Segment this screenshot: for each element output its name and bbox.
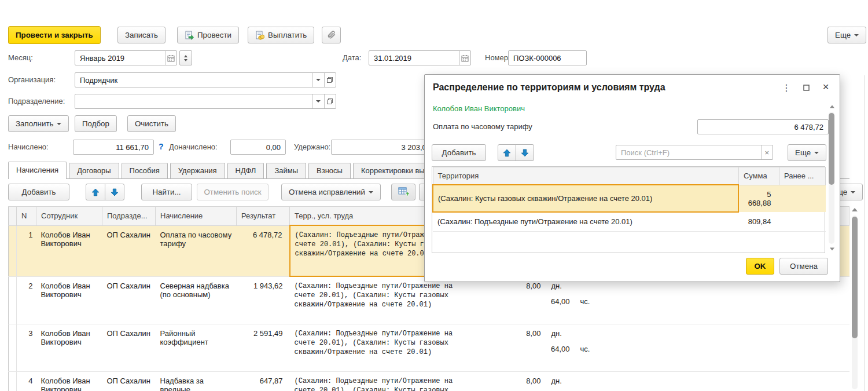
tab-loans[interactable]: Займы — [266, 163, 306, 178]
dialog-header-earlier[interactable]: Ранее ... — [779, 167, 825, 185]
cell-territory-selected[interactable]: (Сахалин: Кусты газовых скважин/Отражени… — [433, 185, 738, 212]
table-row[interactable]: (Сахалин: Кусты газовых скважин/Отражени… — [433, 185, 826, 212]
department-field[interactable] — [75, 94, 336, 109]
cell-employee[interactable]: Колобов Иван Викторович — [36, 371, 102, 391]
cancel-button[interactable]: Отмена — [779, 258, 828, 275]
scrollbar-thumb[interactable] — [852, 217, 858, 338]
grid-header-dept[interactable]: Подразде... — [102, 207, 156, 226]
cell-time[interactable]: 8,00дн. — [467, 371, 849, 391]
cell-n[interactable]: 3 — [17, 324, 36, 371]
scroll-up-icon[interactable] — [852, 208, 858, 211]
clear-search-icon[interactable]: × — [761, 145, 773, 159]
cell-result[interactable]: 1 943,62 — [237, 276, 290, 324]
cell-accrual[interactable]: Северная надбавка (по основным) — [156, 276, 237, 324]
dropdown-arrow-icon[interactable] — [312, 94, 324, 108]
cell-employee[interactable]: Колобов Иван Викторович — [36, 225, 102, 276]
step-up-icon[interactable] — [184, 55, 187, 57]
clear-button[interactable]: Очистить — [127, 115, 176, 132]
cell-accrual[interactable]: Оплата по часовому тарифу — [156, 225, 237, 276]
cell-result[interactable]: 2 591,49 — [237, 324, 290, 371]
cell-employee[interactable]: Колобов Иван Викторович — [36, 276, 102, 324]
find-button[interactable]: Найти... — [141, 184, 192, 200]
table-row[interactable]: 2 Колобов Иван Викторович ОП Сахалин Сев… — [9, 276, 849, 324]
month-stepper[interactable] — [179, 50, 192, 65]
date-input[interactable] — [369, 51, 459, 65]
tab-contracts[interactable]: Договоры — [69, 163, 119, 178]
scroll-down-icon[interactable] — [830, 248, 834, 251]
grid-scrollbar[interactable] — [851, 206, 859, 391]
dialog-accrual-field[interactable] — [697, 119, 829, 134]
withheld-field[interactable] — [331, 140, 436, 155]
kebab-menu-icon[interactable]: ⋮ — [779, 81, 794, 94]
dialog-accrual-input[interactable] — [698, 120, 828, 134]
dropdown-arrow-icon[interactable] — [312, 73, 324, 87]
fill-button[interactable]: Заполнить — [8, 115, 69, 132]
organization-input[interactable] — [75, 73, 312, 87]
tab-ndfl[interactable]: НДФЛ — [227, 163, 264, 178]
organization-field[interactable] — [75, 72, 336, 87]
ok-button[interactable]: OK — [746, 258, 774, 275]
dialog-more-button[interactable]: Еще — [788, 144, 826, 161]
scrollbar-thumb[interactable] — [829, 113, 834, 185]
cell-n[interactable]: 4 — [17, 371, 36, 391]
cell-territory[interactable]: (Сахалин: Подъездные пути/Отражение на с… — [290, 276, 467, 324]
open-link-icon[interactable] — [324, 94, 336, 108]
table-row[interactable]: 4 Колобов Иван Викторович ОП Сахалин Над… — [9, 371, 849, 391]
grid-header-accrual[interactable]: Начисление — [156, 207, 237, 226]
tab-benefits[interactable]: Пособия — [122, 163, 168, 178]
attachments-button[interactable] — [322, 27, 341, 43]
dialog-move-down-button[interactable] — [516, 144, 534, 161]
cell-dept[interactable]: ОП Сахалин — [102, 225, 156, 276]
cell-time[interactable]: 8,00дн. 64,00чс. — [467, 324, 849, 371]
tab-deductions[interactable]: Удержания — [170, 163, 225, 178]
maximize-icon[interactable] — [799, 81, 814, 94]
cell-n[interactable]: 2 — [17, 276, 36, 324]
dialog-header-sum[interactable]: Сумма — [738, 167, 779, 185]
calendar-icon[interactable] — [459, 51, 470, 65]
cell-territory[interactable]: (Сахалин: Подъездные пути/Отражение на с… — [433, 212, 738, 232]
withheld-input[interactable] — [332, 140, 435, 154]
post-button[interactable]: Провести — [177, 27, 239, 43]
post-and-close-button[interactable]: Провести и закрыть — [8, 26, 101, 44]
cell-dept[interactable]: ОП Сахалин — [102, 324, 156, 371]
pay-button[interactable]: Выплатить — [248, 27, 314, 43]
save-button[interactable]: Записать — [117, 27, 165, 43]
help-question-icon[interactable]: ? — [159, 142, 164, 151]
close-icon[interactable]: × — [818, 80, 833, 94]
scroll-up-icon[interactable] — [830, 105, 834, 108]
cell-sum[interactable]: 5 668,88 — [738, 185, 779, 212]
calendar-icon[interactable] — [165, 51, 176, 65]
cancel-search-button[interactable]: Отменить поиск — [197, 184, 269, 200]
dialog-add-button[interactable]: Добавить — [432, 144, 486, 161]
pick-button[interactable]: Подбор — [75, 115, 117, 132]
added-input[interactable] — [231, 140, 285, 154]
dialog-search-field[interactable]: × — [616, 145, 773, 160]
dialog-move-up-button[interactable] — [498, 144, 516, 161]
cell-earlier[interactable] — [779, 212, 825, 232]
cell-dept[interactable]: ОП Сахалин — [102, 276, 156, 324]
form-more-button[interactable]: Еще — [827, 27, 866, 43]
step-down-icon[interactable] — [184, 59, 187, 61]
table-row[interactable]: (Сахалин: Подъездные пути/Отражение на с… — [433, 212, 826, 232]
number-field[interactable] — [508, 50, 587, 65]
cell-employee[interactable]: Колобов Иван Викторович — [36, 324, 102, 371]
dialog-employee-link[interactable]: Колобов Иван Викторович — [433, 104, 525, 113]
cell-accrual[interactable]: Районный коэффициент — [156, 324, 237, 371]
month-field[interactable] — [75, 50, 177, 65]
table-row[interactable]: 3 Колобов Иван Викторович ОП Сахалин Рай… — [9, 324, 849, 371]
cell-territory[interactable]: (Сахалин: Подъездные пути/Отражение на с… — [290, 371, 467, 391]
dialog-header-territory[interactable]: Территория — [433, 167, 738, 185]
dialog-scrollbar[interactable] — [828, 105, 836, 253]
cell-time[interactable]: 8,00дн. 64,00чс. — [467, 276, 849, 324]
cell-result[interactable]: 6 478,72 — [237, 225, 290, 276]
cell-accrual[interactable]: Надбавка за вредные — [156, 371, 237, 391]
number-input[interactable] — [509, 51, 586, 65]
cell-earlier[interactable] — [779, 185, 825, 212]
cell-sum[interactable]: 809,84 — [738, 212, 779, 232]
cell-n[interactable]: 1 — [17, 225, 36, 276]
add-table-row-icon-button[interactable] — [391, 184, 415, 200]
grid-header-n[interactable]: N — [17, 207, 36, 226]
undo-corrections-button[interactable]: Отмена исправлений — [281, 184, 381, 200]
accrued-field[interactable] — [73, 140, 154, 155]
date-field[interactable] — [369, 50, 471, 65]
